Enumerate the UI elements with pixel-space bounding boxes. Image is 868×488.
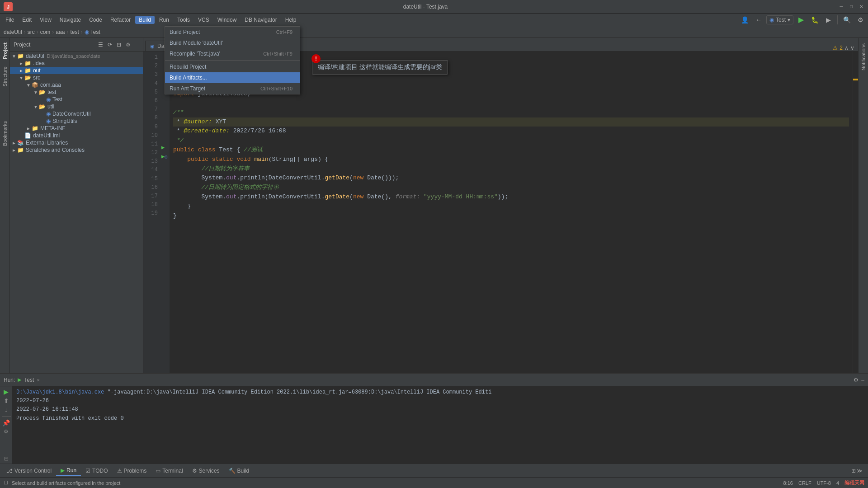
menu-shortcut: Ctrl+Shift+F10 <box>260 86 292 91</box>
tree-item-src[interactable]: ▼ 📂 src <box>10 74 143 81</box>
tree-expand-icon[interactable]: ▼ <box>26 83 31 88</box>
status-checkbox[interactable]: ☐ <box>4 480 8 486</box>
run-button[interactable]: ▶ <box>795 14 807 26</box>
menu-db-navigator[interactable]: DB Navigator <box>241 16 280 24</box>
menu-build[interactable]: Build <box>135 16 155 24</box>
bottom-tab-build[interactable]: 🔨 Build <box>224 466 254 475</box>
tree-item-test-pkg[interactable]: ▼ 📂 test <box>10 89 143 96</box>
tree-item-scratches[interactable]: ► 📁 Scratches and Consoles <box>10 146 143 154</box>
project-panel-layout-btn[interactable]: ☰ <box>97 41 104 49</box>
expand-icon[interactable]: ⊞ <box>851 468 856 474</box>
warning-up-icon[interactable]: ∧ <box>844 45 849 51</box>
run-play-icon[interactable]: ▶ <box>4 388 9 395</box>
project-panel-scroll-btn[interactable]: ⟳ <box>107 41 113 49</box>
tree-expand-icon[interactable]: ► <box>12 148 16 153</box>
run-config-selector[interactable]: ◉ Test ▾ <box>766 15 793 24</box>
menu-edit[interactable]: Edit <box>19 16 35 24</box>
menu-navigate[interactable]: Navigate <box>56 16 85 24</box>
tree-item-META-INF[interactable]: ► 📁 META-INF <box>10 125 143 132</box>
tree-expand-icon[interactable]: ▼ <box>33 90 38 95</box>
close-button[interactable]: ✕ <box>858 4 864 10</box>
run-close-icon[interactable]: ⊟ <box>4 455 9 462</box>
sidebar-tab-bookmarks[interactable]: Bookmarks <box>1 117 9 150</box>
tree-item-Test[interactable]: ► ◉ Test <box>10 96 143 103</box>
sidebar-tab-structure[interactable]: Structure <box>1 63 9 90</box>
tree-expand-icon[interactable]: ▼ <box>19 75 24 80</box>
status-indent[interactable]: 4 <box>836 480 839 486</box>
console-content[interactable]: D:\Java\jdk1.8\bin\java.exe "-javaagent:… <box>13 386 868 464</box>
menu-help[interactable]: Help <box>282 16 300 24</box>
run-settings-icon[interactable]: ⚙ <box>4 428 9 435</box>
project-panel-settings-btn[interactable]: ⚙ <box>125 41 132 49</box>
code-line-14: System.out.println(DateConvertUtil.getDa… <box>173 174 849 183</box>
breadcrumb-item[interactable]: com <box>40 29 51 35</box>
build-menu-item-build-artifacts[interactable]: Build Artifacts... <box>165 72 300 83</box>
minimize-button[interactable]: ─ <box>838 4 844 10</box>
more-icon[interactable]: ≫ <box>857 468 863 474</box>
scratches-icon: 📁 <box>17 147 24 153</box>
tree-item-ext-libs[interactable]: ► 📚 External Libraries <box>10 139 143 146</box>
run-tab-name[interactable]: Test <box>24 377 34 383</box>
run-pin-icon[interactable]: 📌 <box>2 419 10 427</box>
bottom-tab-terminal[interactable]: ▭ Terminal <box>151 466 187 475</box>
breadcrumb-item[interactable]: test <box>70 29 79 35</box>
tree-item-DateConvertUtil[interactable]: ► ◉ DateConvertUtil <box>10 110 143 117</box>
build-menu-item-rebuild[interactable]: Rebuild Project <box>165 61 300 72</box>
tree-item-dateUtil-iml[interactable]: ► 📄 dateUtil.iml <box>10 132 143 139</box>
breadcrumb-item[interactable]: dateUtil <box>4 29 22 35</box>
status-line-separator[interactable]: CRLF <box>798 480 811 486</box>
project-panel-close-btn[interactable]: – <box>134 41 139 49</box>
menu-window[interactable]: Window <box>214 16 241 24</box>
build-menu-item-build-module[interactable]: Build Module 'dateUtil' <box>165 38 300 48</box>
tree-expand-icon[interactable]: ► <box>19 61 24 66</box>
tree-item-idea[interactable]: ► 📁 .idea <box>10 60 143 67</box>
status-encoding[interactable]: UTF-8 <box>817 480 831 486</box>
build-menu-item-run-ant[interactable]: Run Ant Target Ctrl+Shift+F10 <box>165 83 300 94</box>
menu-file[interactable]: File <box>2 16 18 24</box>
status-position[interactable]: 8:16 <box>783 480 793 486</box>
bottom-tab-problems[interactable]: ⚠ Problems <box>113 466 151 475</box>
bottom-tab-version-control[interactable]: ⎇ Version Control <box>2 466 56 475</box>
menu-refactor[interactable]: Refactor <box>107 16 134 24</box>
tree-item-out[interactable]: ► 📁 out <box>10 67 143 74</box>
menu-tools[interactable]: Tools <box>174 16 193 24</box>
menu-code[interactable]: Code <box>85 16 106 24</box>
navigate-back-button[interactable]: ← <box>753 14 764 26</box>
search-everywhere-button[interactable]: 🔍 <box>841 14 853 26</box>
build-menu-item-build-project[interactable]: Build Project Ctrl+F9 <box>165 27 300 38</box>
sidebar-tab-project[interactable]: Project <box>1 39 9 63</box>
tree-item-dateUtil[interactable]: ▼ 📁 dateUtil D:\java\idea_space\date <box>10 52 143 60</box>
tree-expand-icon[interactable]: ► <box>26 126 31 131</box>
run-tab-close[interactable]: × <box>37 377 39 383</box>
run-with-coverage-button[interactable]: ▶ <box>822 14 834 26</box>
settings-icon[interactable]: ⚙ <box>854 377 859 383</box>
bottom-tab-todo[interactable]: ☑ TODO <box>81 466 112 475</box>
settings-button[interactable]: ⚙ <box>854 14 866 26</box>
maximize-button[interactable]: □ <box>848 4 854 10</box>
breadcrumb-item[interactable]: ◉ Test <box>85 29 100 35</box>
profile-button[interactable]: 👤 <box>739 14 751 26</box>
status-message: Select and build artifacts configured in… <box>12 480 120 486</box>
run-rerun-icon[interactable]: ↓ <box>5 406 8 413</box>
breadcrumb-item[interactable]: src <box>28 29 35 35</box>
menu-run[interactable]: Run <box>156 16 173 24</box>
tree-item-com-aaa[interactable]: ▼ 📦 com.aaa <box>10 81 143 89</box>
minimize-panel-icon[interactable]: – <box>861 377 864 383</box>
tree-expand-icon[interactable]: ▼ <box>12 54 16 59</box>
tree-item-util[interactable]: ▼ 📂 util <box>10 103 143 110</box>
project-panel-collapse-btn[interactable]: ⊟ <box>116 41 122 49</box>
tree-item-StringUtils[interactable]: ► ◉ StringUtils <box>10 117 143 125</box>
bottom-tab-services[interactable]: ⚙ Services <box>188 466 224 475</box>
breadcrumb-item[interactable]: aaa <box>56 29 65 35</box>
warning-down-icon[interactable]: ∨ <box>850 45 854 51</box>
tree-expand-icon[interactable]: ► <box>12 141 16 145</box>
sidebar-tab-notifications[interactable]: Notifications <box>859 40 868 74</box>
menu-vcs[interactable]: VCS <box>194 16 213 24</box>
build-menu-item-recompile[interactable]: Recompile 'Test.java' Ctrl+Shift+F9 <box>165 48 300 59</box>
bottom-tab-run[interactable]: ▶ Run <box>56 466 81 476</box>
run-stop-icon[interactable]: ⬆ <box>4 397 9 404</box>
menu-view[interactable]: View <box>36 16 55 24</box>
tree-expand-icon[interactable]: ► <box>19 68 24 73</box>
debug-button[interactable]: 🐛 <box>809 14 821 26</box>
tree-expand-icon[interactable]: ▼ <box>33 104 38 109</box>
